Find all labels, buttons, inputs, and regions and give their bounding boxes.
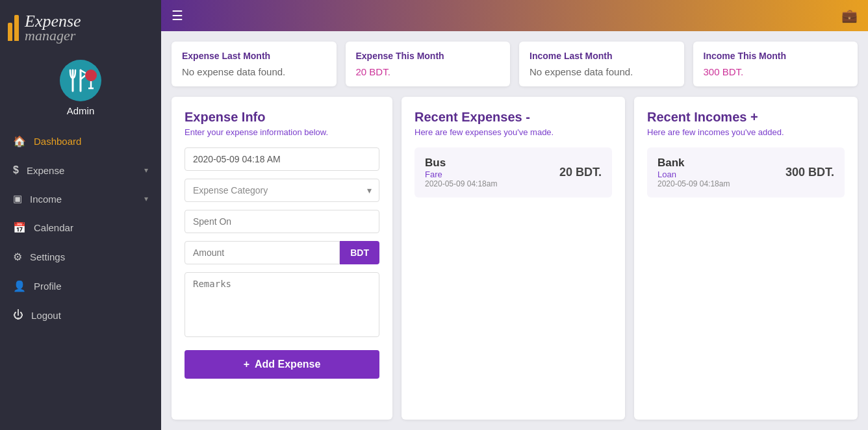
sidebar-item-dashboard-label: Dashboard xyxy=(34,136,148,147)
spent-on-input[interactable] xyxy=(185,210,379,233)
income-this-month-title: Income This Month xyxy=(704,51,848,61)
lower-section: Expense Info Enter your expense informat… xyxy=(161,86,868,430)
expense-last-month-value: No expense data found. xyxy=(182,66,326,77)
expense-transaction-details: Bus Fare 2020-05-09 04:18am xyxy=(425,157,497,188)
admin-name: Admin xyxy=(67,105,95,116)
sidebar-item-income[interactable]: ▣ Income ▾ xyxy=(0,184,161,213)
main-content: ☰ 💼 Expense Last Month No expense data f… xyxy=(161,0,868,430)
recent-expenses-panel: Recent Expenses - Here are few expenses … xyxy=(402,97,625,420)
sidebar-item-settings-label: Settings xyxy=(30,251,148,262)
gear-icon: ⚙ xyxy=(13,251,22,263)
income-amount: 300 BDT. xyxy=(785,166,834,179)
summary-cards-row: Expense Last Month No expense data found… xyxy=(161,31,868,86)
sidebar-logo: Expense manager xyxy=(0,0,161,53)
avatar xyxy=(60,60,101,101)
recent-incomes-panel: Recent Incomes + Here are few incomes yo… xyxy=(634,97,858,420)
add-expense-button[interactable]: + Add Expense xyxy=(185,350,379,379)
amount-row: BDT xyxy=(185,241,379,264)
income-last-month-card: Income Last Month No expense data found. xyxy=(519,42,684,86)
sidebar-item-expense[interactable]: $ Expense ▾ xyxy=(0,156,161,184)
recent-incomes-subtitle: Here are few incomes you've added. xyxy=(647,127,845,137)
logout-icon: ⏻ xyxy=(13,309,23,321)
recent-expenses-title: Recent Expenses - xyxy=(415,110,612,125)
dollar-icon: $ xyxy=(13,164,19,176)
income-transaction-details: Bank Loan 2020-05-09 04:18am xyxy=(657,157,730,188)
logo-bars-icon xyxy=(8,15,21,41)
recent-expenses-subtitle: Here are few expenses you've made. xyxy=(415,127,612,137)
expense-info-panel: Expense Info Enter your expense informat… xyxy=(172,97,392,420)
menu-toggle-icon[interactable]: ☰ xyxy=(172,8,183,23)
svg-point-3 xyxy=(85,70,97,81)
logo-bar-2 xyxy=(14,15,19,41)
logo-bar-1 xyxy=(8,23,12,41)
expense-transaction-item: Bus Fare 2020-05-09 04:18am 20 BDT. xyxy=(415,147,612,197)
income-last-month-title: Income Last Month xyxy=(530,51,674,61)
income-category: Loan xyxy=(657,170,730,179)
chevron-down-icon: ▾ xyxy=(144,166,148,175)
sidebar-item-calendar-label: Calendar xyxy=(34,222,148,233)
amount-input[interactable] xyxy=(185,241,340,264)
sidebar-item-profile-label: Profile xyxy=(34,281,148,292)
currency-button[interactable]: BDT xyxy=(340,241,379,264)
expense-date: 2020-05-09 04:18am xyxy=(425,179,497,188)
income-this-month-value: 300 BDT. xyxy=(704,66,848,77)
category-select[interactable]: Expense Category xyxy=(185,179,379,202)
sidebar-item-profile[interactable]: 👤 Profile xyxy=(0,272,161,301)
add-expense-label: Add Expense xyxy=(255,359,320,370)
recent-incomes-title: Recent Incomes + xyxy=(647,110,845,125)
income-last-month-value: No expense data found. xyxy=(530,66,674,77)
income-this-month-card: Income This Month 300 BDT. xyxy=(693,42,858,86)
avatar-area: Admin xyxy=(0,53,161,127)
income-icon: ▣ xyxy=(13,193,22,205)
expense-last-month-title: Expense Last Month xyxy=(182,51,326,61)
sidebar-item-logout[interactable]: ⏻ Logout xyxy=(0,301,161,329)
sidebar: Expense manager Admin xyxy=(0,0,161,430)
sidebar-item-calendar[interactable]: 📅 Calendar xyxy=(0,213,161,242)
sidebar-item-dashboard[interactable]: 🏠 Dashboard xyxy=(0,127,161,156)
sidebar-item-expense-label: Expense xyxy=(27,165,144,176)
income-transaction-item: Bank Loan 2020-05-09 04:18am 300 BDT. xyxy=(647,147,845,197)
sidebar-item-income-label: Income xyxy=(30,194,144,205)
logo-manager-text: manager xyxy=(25,27,81,44)
datetime-input[interactable] xyxy=(185,147,379,171)
calendar-icon: 📅 xyxy=(13,221,26,234)
chevron-down-icon-income: ▾ xyxy=(144,194,148,203)
home-icon: 🏠 xyxy=(13,135,26,147)
briefcase-icon: 💼 xyxy=(841,8,858,23)
expense-this-month-title: Expense This Month xyxy=(356,51,500,61)
user-icon: 👤 xyxy=(13,280,26,292)
income-name: Bank xyxy=(657,157,730,170)
expense-this-month-card: Expense This Month 20 BDT. xyxy=(346,42,511,86)
logo-text: Expense manager xyxy=(25,12,81,44)
income-date: 2020-05-09 04:18am xyxy=(657,179,730,188)
topbar: ☰ 💼 xyxy=(161,0,868,31)
plus-icon: + xyxy=(244,359,249,370)
expense-amount: 20 BDT. xyxy=(559,166,602,179)
expense-name: Bus xyxy=(425,157,497,170)
expense-last-month-card: Expense Last Month No expense data found… xyxy=(172,42,337,86)
sidebar-item-logout-label: Logout xyxy=(31,310,148,321)
expense-this-month-value: 20 BDT. xyxy=(356,66,500,77)
category-select-wrapper: Expense Category ▾ xyxy=(185,179,379,202)
expense-info-title: Expense Info xyxy=(185,110,379,125)
nav-menu: 🏠 Dashboard $ Expense ▾ ▣ Income ▾ 📅 Cal… xyxy=(0,127,161,430)
sidebar-item-settings[interactable]: ⚙ Settings xyxy=(0,242,161,272)
remarks-textarea[interactable] xyxy=(185,272,379,337)
expense-info-subtitle: Enter your expense information below. xyxy=(185,127,379,137)
expense-category: Fare xyxy=(425,170,497,179)
